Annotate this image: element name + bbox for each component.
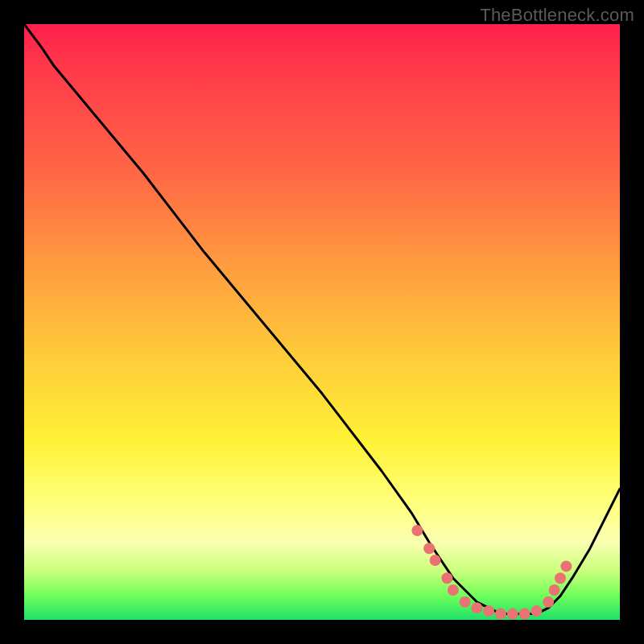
curve-markers	[411, 525, 572, 620]
curve-marker	[460, 597, 471, 608]
curve-marker	[519, 609, 530, 620]
curve-marker	[411, 525, 423, 536]
curve-marker	[430, 555, 441, 566]
curve-marker	[555, 572, 566, 584]
curve-marker	[530, 605, 542, 617]
chart-frame: TheBottleneck.com	[0, 0, 644, 644]
curve-marker	[507, 609, 518, 620]
bottleneck-curve-path	[24, 24, 620, 614]
curve-marker	[560, 560, 572, 572]
curve-marker	[483, 605, 494, 617]
curve-marker	[423, 543, 435, 554]
curve-marker	[441, 572, 452, 584]
curve-marker	[471, 602, 482, 613]
curve-marker	[448, 584, 459, 596]
curve-marker	[495, 609, 506, 620]
curve-svg	[24, 24, 620, 620]
curve-marker	[543, 597, 554, 608]
curve-marker	[549, 584, 560, 596]
watermark-text: TheBottleneck.com	[480, 5, 634, 26]
plot-area	[24, 24, 620, 620]
